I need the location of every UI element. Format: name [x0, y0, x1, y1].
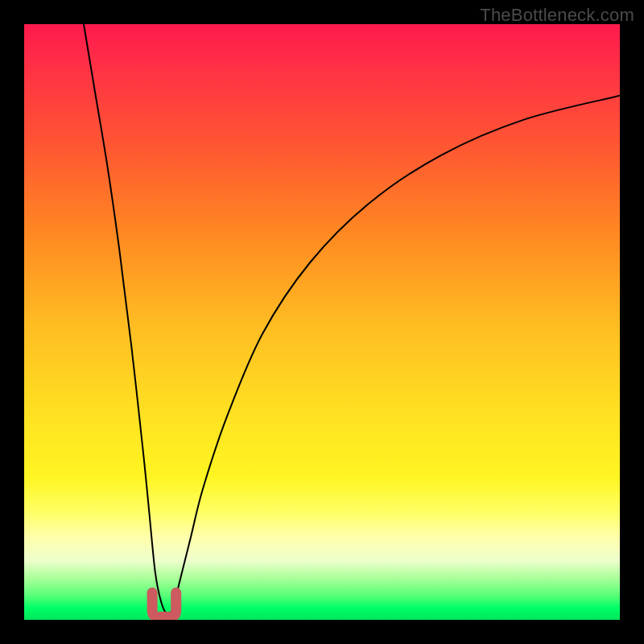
- chart-frame: TheBottleneck.com: [0, 0, 644, 644]
- chart-svg: [24, 24, 620, 620]
- watermark-text: TheBottleneck.com: [480, 5, 634, 26]
- plot-area: [24, 24, 620, 620]
- valley-marker-path: [152, 592, 176, 617]
- bottleneck-curve-path: [84, 24, 620, 614]
